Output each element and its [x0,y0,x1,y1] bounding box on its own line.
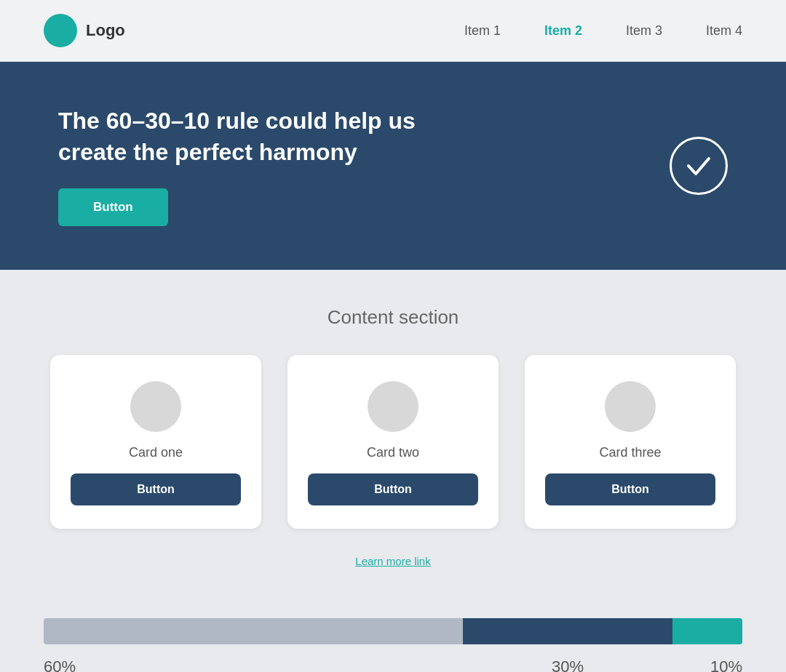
checkmark-icon [670,137,728,195]
chart-bar [44,618,742,644]
card-two: Card two Button [287,355,499,529]
hero-title: The 60–30–10 rule could help us create t… [58,105,480,168]
chart-label-10: 10% [672,657,742,672]
card-three-avatar [605,381,656,432]
chart-section: 60% 30% 10% [0,596,786,672]
chart-bar-30 [463,618,672,644]
hero-section: The 60–30–10 rule could help us create t… [0,62,786,270]
card-two-avatar [368,381,418,432]
logo-icon [44,14,77,47]
card-three-button[interactable]: Button [545,473,715,505]
card-three-label: Card three [599,445,661,460]
logo-area: Logo [44,14,125,47]
chart-label-60: 60% [44,657,463,672]
nav-items: Item 1 Item 2 Item 3 Item 4 [464,23,742,39]
learn-more-link[interactable]: Learn more link [44,555,742,567]
nav-item-4[interactable]: Item 4 [706,23,742,39]
card-one-label: Card one [129,445,183,460]
nav-item-2[interactable]: Item 2 [544,23,582,39]
card-two-button[interactable]: Button [308,473,478,505]
card-three: Card three Button [525,355,736,529]
navbar: Logo Item 1 Item 2 Item 3 Item 4 [0,0,786,62]
nav-item-1[interactable]: Item 1 [464,23,501,39]
content-section: Content section Card one Button Card two… [0,270,786,596]
chart-bar-10 [672,618,742,644]
nav-item-3[interactable]: Item 3 [626,23,662,39]
logo-text: Logo [86,21,125,40]
card-one-button[interactable]: Button [71,473,241,505]
chart-label-30: 30% [463,657,672,672]
hero-content: The 60–30–10 rule could help us create t… [58,105,640,226]
cards-row: Card one Button Card two Button Card thr… [44,355,742,529]
chart-bar-60 [44,618,463,644]
card-one: Card one Button [50,355,261,529]
card-two-label: Card two [367,445,419,460]
content-section-title: Content section [44,306,742,329]
card-one-avatar [130,381,181,432]
hero-button[interactable]: Button [58,188,168,226]
chart-labels: 60% 30% 10% [44,657,742,672]
